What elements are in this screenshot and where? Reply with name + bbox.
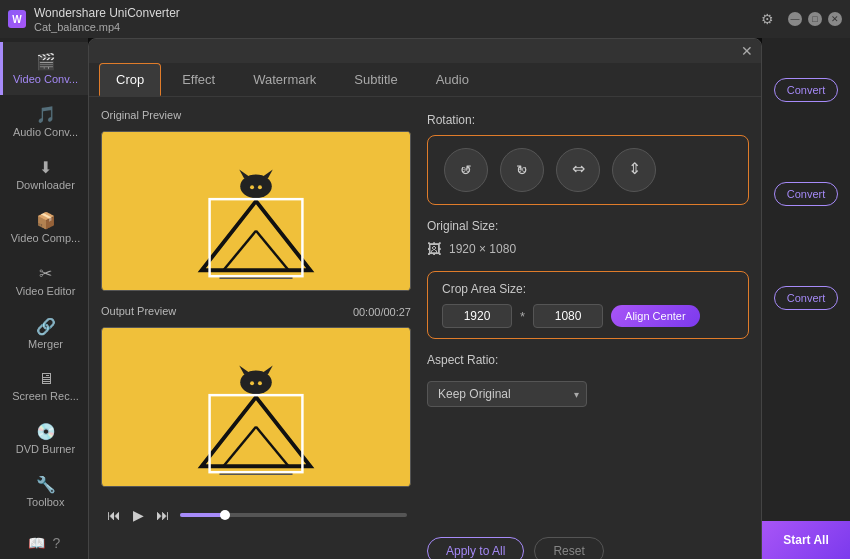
crop-height-input[interactable]: [533, 304, 603, 328]
file-name: Cat_balance.mp4: [34, 21, 180, 33]
convert-button-2[interactable]: Convert: [774, 182, 839, 206]
flip-horizontal-button[interactable]: ⇔: [556, 148, 600, 192]
modal-body: Original Preview: [89, 97, 761, 559]
tab-crop[interactable]: Crop: [99, 63, 161, 96]
align-center-button[interactable]: Align Center: [611, 305, 700, 327]
sidebar-item-label: Audio Conv...: [9, 126, 82, 138]
sidebar-item-label: Video Conv...: [9, 73, 82, 85]
help-icon-button[interactable]: ?: [53, 535, 61, 551]
sidebar-item-video-comp[interactable]: 📦 Video Comp...: [0, 201, 88, 254]
rotation-label: Rotation:: [427, 113, 749, 127]
rotate-cw-90-button[interactable]: ↻ 90: [500, 148, 544, 192]
flip-vertical-button[interactable]: ⇕: [612, 148, 656, 192]
original-preview-label: Original Preview: [101, 109, 411, 121]
aspect-ratio-label: Aspect Ratio:: [427, 353, 749, 367]
output-preview-video: [101, 327, 411, 487]
play-button[interactable]: ▶: [131, 505, 146, 525]
crop-width-input[interactable]: [442, 304, 512, 328]
aspect-ratio-section: Aspect Ratio: Keep Original 16:9 4:3 1:1…: [427, 353, 749, 407]
svg-point-15: [250, 381, 254, 385]
sidebar-item-dvd-burner[interactable]: 💿 DVD Burner: [0, 412, 88, 465]
svg-point-5: [258, 185, 262, 189]
progress-fill: [180, 513, 225, 517]
skip-forward-button[interactable]: ⏭: [154, 505, 172, 525]
tab-bar: Crop Effect Watermark Subtitle Audio: [89, 63, 761, 97]
rotate-ccw-90-button[interactable]: ↺ 90: [444, 148, 488, 192]
crop-area-label: Crop Area Size:: [442, 282, 734, 296]
sidebar-item-label: Downloader: [9, 179, 82, 191]
output-video-svg: [102, 328, 410, 486]
sidebar-item-label: Screen Rec...: [9, 390, 82, 402]
screen-rec-icon: 🖥: [9, 370, 82, 388]
crop-area-row: * Align Center: [442, 304, 734, 328]
convert-button-3[interactable]: Convert: [774, 286, 839, 310]
action-buttons: Apply to All Reset: [427, 521, 749, 559]
sidebar: 🎬 Video Conv... 🎵 Audio Conv... ⬇ Downlo…: [0, 38, 88, 559]
start-all-button[interactable]: Start All: [762, 521, 850, 559]
rotate-cw-icon: ↻ 90: [511, 159, 533, 181]
player-controls: ⏮ ▶ ⏭: [101, 499, 411, 525]
crop-modal: ✕ Crop Effect Watermark Subtitle Audio O…: [88, 38, 762, 559]
size-icon: 🖼: [427, 241, 441, 257]
svg-text:90: 90: [518, 165, 527, 174]
app-title: Wondershare UniConverter: [34, 6, 180, 20]
sidebar-item-label: Merger: [9, 338, 82, 350]
crop-area-box: Crop Area Size: * Align Center: [427, 271, 749, 339]
close-button[interactable]: ✕: [828, 12, 842, 26]
tab-effect[interactable]: Effect: [165, 63, 232, 96]
settings-icon[interactable]: ⚙: [761, 11, 774, 27]
title-bar: W Wondershare UniConverter Cat_balance.m…: [0, 0, 850, 38]
flip-v-icon: ⇕: [623, 159, 645, 181]
sidebar-item-label: Video Editor: [9, 285, 82, 297]
svg-point-4: [250, 185, 254, 189]
book-icon-button[interactable]: 📖: [28, 535, 45, 551]
size-value: 1920 × 1080: [449, 242, 516, 256]
flip-h-icon: ⇔: [567, 159, 589, 181]
tab-subtitle[interactable]: Subtitle: [337, 63, 414, 96]
progress-thumb: [220, 510, 230, 520]
audio-conv-icon: 🎵: [9, 105, 82, 124]
aspect-ratio-select[interactable]: Keep Original 16:9 4:3 1:1 9:16: [427, 381, 587, 407]
svg-rect-11: [103, 328, 409, 486]
sidebar-item-video-conv[interactable]: 🎬 Video Conv...: [0, 42, 88, 95]
preview-panel: Original Preview: [101, 109, 411, 559]
original-size-label: Original Size:: [427, 219, 749, 233]
sidebar-item-label: Video Comp...: [9, 232, 82, 244]
crop-area-section: Crop Area Size: * Align Center: [427, 271, 749, 339]
sidebar-item-toolbox[interactable]: 🔧 Toolbox: [0, 465, 88, 518]
rotation-section: Rotation: ↺ 90 ↻: [427, 113, 749, 205]
size-row: 🖼 1920 × 1080: [427, 241, 749, 257]
skip-back-button[interactable]: ⏮: [105, 505, 123, 525]
reset-button[interactable]: Reset: [534, 537, 603, 559]
rotate-ccw-icon: ↺ 90: [455, 159, 477, 181]
app-layout: 🎬 Video Conv... 🎵 Audio Conv... ⬇ Downlo…: [0, 38, 850, 559]
convert-button-1[interactable]: Convert: [774, 78, 839, 102]
video-conv-icon: 🎬: [9, 52, 82, 71]
modal-close-button[interactable]: ✕: [741, 43, 753, 59]
merger-icon: 🔗: [9, 317, 82, 336]
toolbox-icon: 🔧: [9, 475, 82, 494]
aspect-ratio-select-wrapper: Keep Original 16:9 4:3 1:1 9:16 ▾: [427, 381, 587, 407]
sidebar-item-audio-conv[interactable]: 🎵 Audio Conv...: [0, 95, 88, 148]
crop-separator: *: [520, 309, 525, 324]
sidebar-item-label: Toolbox: [9, 496, 82, 508]
tab-audio[interactable]: Audio: [419, 63, 486, 96]
minimize-button[interactable]: —: [788, 12, 802, 26]
tab-watermark[interactable]: Watermark: [236, 63, 333, 96]
sidebar-item-video-editor[interactable]: ✂ Video Editor: [0, 254, 88, 307]
sidebar-item-screen-rec[interactable]: 🖥 Screen Rec...: [0, 360, 88, 412]
sidebar-item-merger[interactable]: 🔗 Merger: [0, 307, 88, 360]
video-comp-icon: 📦: [9, 211, 82, 230]
original-size-section: Original Size: 🖼 1920 × 1080: [427, 219, 749, 257]
sidebar-item-downloader[interactable]: ⬇ Downloader: [0, 148, 88, 201]
svg-text:⇕: ⇕: [628, 160, 641, 177]
maximize-button[interactable]: □: [808, 12, 822, 26]
output-preview-label: Output Preview: [101, 305, 176, 317]
app-logo: W: [8, 10, 26, 28]
svg-text:⇔: ⇔: [572, 160, 585, 177]
apply-all-button[interactable]: Apply to All: [427, 537, 524, 559]
main-content: Conversion ✕ Crop Effect Watermark Subti…: [88, 38, 762, 559]
sidebar-item-label: DVD Burner: [9, 443, 82, 455]
window-controls: ⚙ — □ ✕: [761, 11, 842, 27]
progress-bar[interactable]: [180, 513, 407, 517]
